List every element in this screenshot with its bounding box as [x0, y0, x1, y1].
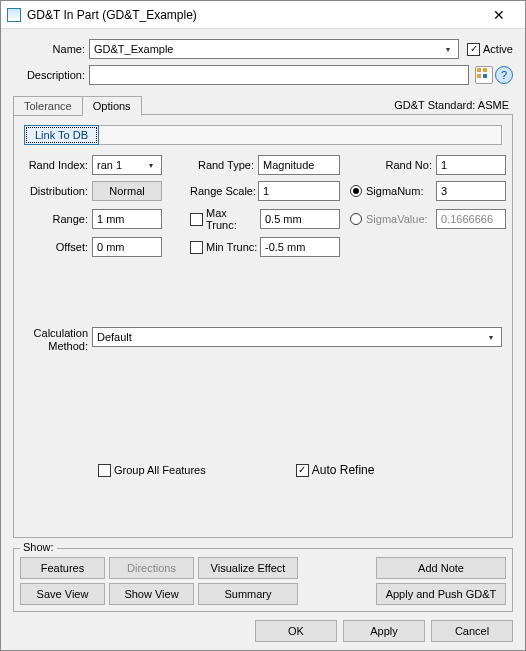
min-trunc-value: -0.5 mm	[265, 241, 305, 253]
rand-type-field[interactable]: Magnitude	[258, 155, 340, 175]
max-trunc-checkbox[interactable]	[190, 213, 203, 226]
min-trunc-checkbox[interactable]	[190, 241, 203, 254]
dialog-buttons: OK Apply Cancel	[13, 612, 513, 642]
range-label: Range:	[24, 213, 92, 225]
tab-options[interactable]: Options	[82, 96, 142, 116]
sigmanum-value: 3	[441, 185, 447, 197]
cancel-button[interactable]: Cancel	[431, 620, 513, 642]
offset-label: Offset:	[24, 241, 92, 253]
range-scale-field[interactable]: 1	[258, 181, 340, 201]
sigmavalue-radio[interactable]	[350, 213, 362, 225]
distribution-label: Distribution:	[24, 185, 92, 197]
app-icon	[7, 8, 21, 22]
sigmavalue-field: 0.1666666	[436, 209, 506, 229]
add-note-button[interactable]: Add Note	[376, 557, 506, 579]
offset-field[interactable]: 0 mm	[92, 237, 162, 257]
options-grid: Rand Index: ran 1 ▾ Rand Type: Magnitude…	[24, 155, 502, 257]
sigmavalue-label: SigmaValue:	[366, 213, 436, 225]
show-view-button[interactable]: Show View	[109, 583, 194, 605]
check-icon: ✓	[470, 44, 478, 54]
tab-tolerance[interactable]: Tolerance	[13, 96, 83, 116]
group-all-label: Group All Features	[114, 464, 206, 476]
name-row: Name: GD&T_Example ▾ ✓ Active	[13, 39, 513, 59]
show-legend: Show:	[20, 541, 57, 553]
offset-value: 0 mm	[97, 241, 125, 253]
ok-button[interactable]: OK	[255, 620, 337, 642]
apply-push-button[interactable]: Apply and Push GD&T	[376, 583, 506, 605]
name-combo-value: GD&T_Example	[94, 43, 173, 55]
show-group: Show: Features Directions Visualize Effe…	[13, 548, 513, 612]
tab-strip: Tolerance Options GD&T Standard: ASME	[13, 95, 513, 115]
description-label: Description:	[13, 69, 89, 81]
max-trunc-label: Max Trunc:	[206, 207, 260, 231]
calc-method-row: Calculation Method: Default ▾	[24, 327, 502, 353]
calc-method-value: Default	[97, 331, 132, 343]
check-icon: ✓	[298, 465, 306, 475]
sigmanum-label: SigmaNum:	[366, 185, 436, 197]
rand-index-combo[interactable]: ran 1 ▾	[92, 155, 162, 175]
range-scale-label: Range Scale:	[190, 185, 258, 197]
chevron-down-icon: ▾	[483, 329, 499, 345]
active-checkbox[interactable]: ✓	[467, 43, 480, 56]
apply-button[interactable]: Apply	[343, 620, 425, 642]
bottom-checks: Group All Features ✓ Auto Refine	[24, 463, 502, 477]
help-icon[interactable]: ?	[495, 66, 513, 84]
calc-method-combo[interactable]: Default ▾	[92, 327, 502, 347]
features-button[interactable]: Features	[20, 557, 105, 579]
active-label: Active	[483, 43, 513, 55]
sigmanum-radio[interactable]	[350, 185, 362, 197]
chevron-down-icon: ▾	[143, 157, 159, 173]
description-row: Description: ?	[13, 65, 513, 85]
max-trunc-value: 0.5 mm	[265, 213, 302, 225]
window-title: GD&T In Part (GD&T_Example)	[27, 8, 479, 22]
rand-no-label: Rand No:	[346, 159, 436, 171]
calc-method-label: Calculation Method:	[24, 327, 92, 353]
rand-no-field[interactable]: 1	[436, 155, 506, 175]
name-label: Name:	[13, 43, 89, 55]
sigmavalue-value: 0.1666666	[441, 213, 493, 225]
max-trunc-field[interactable]: 0.5 mm	[260, 209, 340, 229]
show-button-grid: Features Directions Visualize Effect Add…	[20, 557, 506, 605]
rand-type-value: Magnitude	[263, 159, 314, 171]
distribution-button[interactable]: Normal	[92, 181, 162, 201]
sigmanum-field[interactable]: 3	[436, 181, 506, 201]
radio-dot-icon	[353, 188, 359, 194]
options-panel: Link To DB Rand Index: ran 1 ▾ Rand Type…	[13, 115, 513, 538]
rand-index-value: ran 1	[97, 159, 122, 171]
client-area: Name: GD&T_Example ▾ ✓ Active Descriptio…	[1, 29, 525, 650]
close-icon: ✕	[493, 7, 505, 23]
gdt-standard-label: GD&T Standard: ASME	[394, 99, 513, 111]
grid-icon[interactable]	[475, 66, 493, 84]
description-input[interactable]	[89, 65, 469, 85]
dialog-window: GD&T In Part (GD&T_Example) ✕ Name: GD&T…	[0, 0, 526, 651]
link-to-db-button[interactable]: Link To DB	[24, 125, 99, 145]
link-spacer	[99, 125, 502, 145]
directions-button: Directions	[109, 557, 194, 579]
rand-index-label: Rand Index:	[24, 159, 92, 171]
summary-button[interactable]: Summary	[198, 583, 298, 605]
chevron-down-icon: ▾	[440, 41, 456, 57]
link-row: Link To DB	[24, 125, 502, 145]
range-field[interactable]: 1 mm	[92, 209, 162, 229]
rand-type-label: Rand Type:	[190, 159, 258, 171]
range-value: 1 mm	[97, 213, 125, 225]
tab-spacer: GD&T Standard: ASME	[141, 99, 513, 115]
close-button[interactable]: ✕	[479, 4, 519, 26]
name-combo[interactable]: GD&T_Example ▾	[89, 39, 459, 59]
auto-refine-label: Auto Refine	[312, 463, 375, 477]
min-trunc-field[interactable]: -0.5 mm	[260, 237, 340, 257]
group-all-checkbox[interactable]	[98, 464, 111, 477]
rand-no-value: 1	[441, 159, 447, 171]
visualize-effect-button[interactable]: Visualize Effect	[198, 557, 298, 579]
save-view-button[interactable]: Save View	[20, 583, 105, 605]
auto-refine-checkbox[interactable]: ✓	[296, 464, 309, 477]
min-trunc-label: Min Trunc:	[206, 241, 260, 253]
titlebar: GD&T In Part (GD&T_Example) ✕	[1, 1, 525, 29]
range-scale-value: 1	[263, 185, 269, 197]
